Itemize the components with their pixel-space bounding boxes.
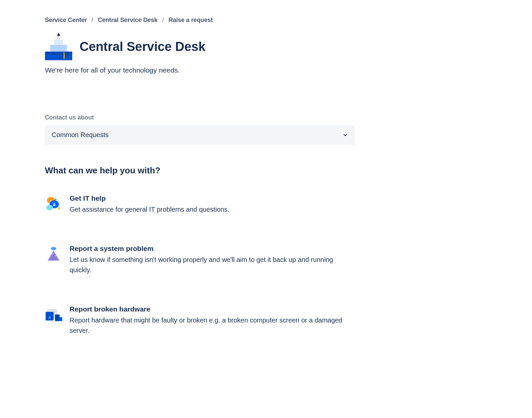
request-title: Report a system problem <box>70 245 355 253</box>
breadcrumb-item-raise-request[interactable]: Raise a request <box>168 17 213 24</box>
page-subtitle: We're here for all of your technology ne… <box>45 66 487 74</box>
hardware-icon <box>45 305 62 322</box>
request-content: Report broken hardware Report hardware t… <box>70 305 355 336</box>
request-description: Let us know if something isn't working p… <box>70 255 355 275</box>
svg-rect-12 <box>64 54 65 59</box>
svg-rect-5 <box>66 52 69 55</box>
chevron-down-icon <box>343 132 348 138</box>
page-title: Central Service Desk <box>80 40 205 54</box>
svg-rect-25 <box>60 317 62 321</box>
svg-rect-6 <box>50 45 67 52</box>
request-title: Report broken hardware <box>70 305 355 313</box>
contact-label: Contact us about <box>45 114 487 121</box>
contact-category-dropdown[interactable]: Common Requests <box>45 125 355 145</box>
svg-rect-7 <box>54 40 63 45</box>
svg-point-21 <box>51 247 56 250</box>
page-header: Central Service Desk <box>45 33 487 60</box>
breadcrumb-item-central-service-desk[interactable]: Central Service Desk <box>98 17 157 24</box>
svg-point-20 <box>58 207 60 209</box>
request-content: Report a system problem Let us know if s… <box>70 245 355 275</box>
svg-rect-3 <box>56 52 60 55</box>
breadcrumb-separator: / <box>162 17 164 24</box>
svg-text:&: & <box>53 202 56 207</box>
svg-rect-1 <box>47 52 50 55</box>
request-content: Get IT help Get assistance for general I… <box>70 194 355 215</box>
help-heading: What can we help you with? <box>45 165 487 176</box>
request-description: Get assistance for general IT problems a… <box>70 204 355 215</box>
breadcrumb-item-service-center[interactable]: Service Center <box>45 17 87 24</box>
svg-rect-2 <box>52 52 55 55</box>
svg-rect-24 <box>55 314 60 321</box>
system-problem-icon <box>45 245 62 262</box>
svg-point-19 <box>46 205 53 210</box>
breadcrumb-separator: / <box>92 17 93 24</box>
request-description: Report hardware that might be faulty or … <box>70 315 355 336</box>
request-title: Get IT help <box>70 194 355 202</box>
chat-bubbles-icon: Q & <box>45 194 62 212</box>
svg-point-13 <box>63 52 65 54</box>
breadcrumb: Service Center / Central Service Desk / … <box>45 17 487 24</box>
service-desk-logo-icon <box>45 33 72 60</box>
dropdown-selected-value: Common Requests <box>52 131 109 139</box>
request-item-report-broken-hardware[interactable]: Report broken hardware Report hardware t… <box>45 305 355 336</box>
request-item-report-system-problem[interactable]: Report a system problem Let us know if s… <box>45 245 355 275</box>
request-item-get-it-help[interactable]: Q & Get IT help Get assistance for gener… <box>45 194 355 215</box>
